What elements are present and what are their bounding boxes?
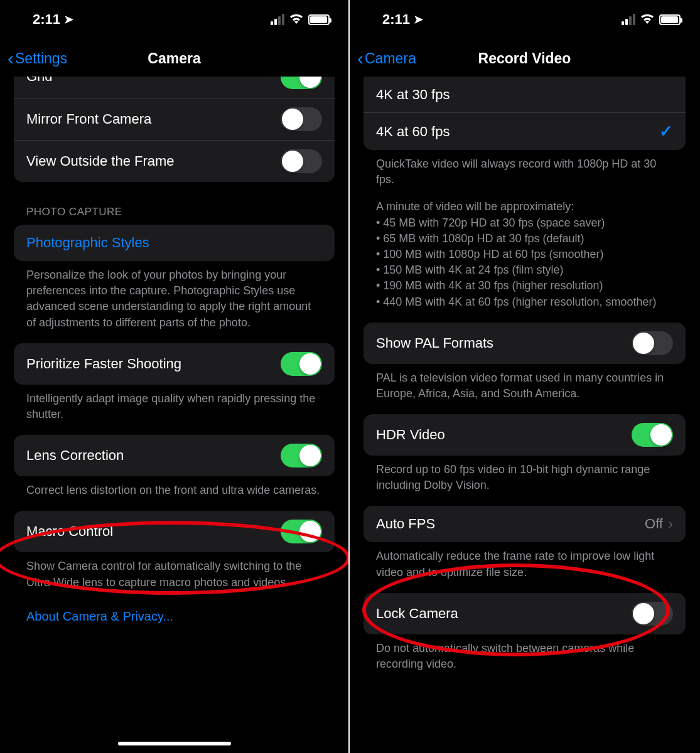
toggle-prioritize[interactable]: [281, 352, 322, 376]
group-composition: Grid Mirror Front Camera View Outside th…: [14, 77, 335, 182]
group-photographic-styles: Photographic Styles: [14, 225, 335, 261]
about-camera-privacy-link[interactable]: About Camera & Privacy...: [14, 590, 335, 630]
group-hdr-video: HDR Video: [363, 414, 686, 456]
minute-intro: A minute of video will be approximately:: [376, 200, 574, 213]
toggle-mirror[interactable]: [281, 107, 322, 131]
footer-lock-camera: Do not automatically switch between came…: [363, 634, 686, 672]
row-show-pal-formats[interactable]: Show PAL Formats: [363, 323, 686, 364]
row-photographic-styles[interactable]: Photographic Styles: [14, 225, 335, 261]
back-label: Settings: [15, 50, 67, 67]
toggle-view-outside[interactable]: [281, 149, 322, 173]
row-auto-fps[interactable]: Auto FPS Off ›: [363, 506, 686, 542]
bullet-4k-60: • 440 MB with 4K at 60 fps (higher resol…: [376, 294, 673, 310]
back-button[interactable]: ‹ Camera: [357, 49, 416, 68]
row-label: Auto FPS: [376, 516, 435, 532]
row-lock-camera[interactable]: Lock Camera: [363, 593, 686, 634]
toggle-pal[interactable]: [632, 331, 673, 355]
row-label: Photographic Styles: [26, 235, 149, 251]
location-arrow-icon: ➤: [414, 13, 423, 26]
chevron-left-icon: ‹: [357, 49, 363, 68]
toggle-macro-control[interactable]: [281, 520, 322, 543]
status-bar: 2:11 ➤: [0, 0, 348, 39]
status-time: 2:11: [382, 11, 410, 28]
row-label: 4K at 30 fps: [376, 87, 450, 103]
group-lock-camera: Lock Camera: [363, 593, 686, 634]
row-4k-60fps[interactable]: 4K at 60 fps ✓: [363, 113, 686, 150]
bullet-4k-30: • 190 MB with 4K at 30 fps (higher resol…: [376, 278, 673, 294]
row-hdr-video[interactable]: HDR Video: [363, 414, 686, 456]
group-auto-fps: Auto FPS Off ›: [363, 506, 686, 542]
cellular-signal-icon: [271, 14, 284, 25]
bullet-720p-30: • 45 MB with 720p HD at 30 fps (space sa…: [376, 215, 673, 231]
row-prioritize-faster-shooting[interactable]: Prioritize Faster Shooting: [14, 343, 335, 385]
footer-pal: PAL is a television video format used in…: [363, 364, 686, 402]
row-lens-correction[interactable]: Lens Correction: [14, 435, 335, 476]
status-time: 2:11: [33, 11, 60, 28]
bullet-1080p-30: • 65 MB with 1080p HD at 30 fps (default…: [376, 231, 673, 247]
row-label: Mirror Front Camera: [26, 111, 151, 127]
wifi-icon: [640, 13, 654, 27]
footer-prioritize: Intelligently adapt image quality when r…: [14, 385, 335, 422]
toggle-hdr-video[interactable]: [632, 423, 673, 447]
row-value: Off: [645, 516, 663, 532]
page-title: Record Video: [478, 50, 571, 67]
status-bar: 2:11 ➤: [350, 0, 699, 39]
group-pal: Show PAL Formats: [363, 323, 686, 364]
footer-auto-fps: Automatically reduce the frame rate to i…: [363, 542, 686, 580]
bullet-4k-24: • 150 MB with 4K at 24 fps (film style): [376, 262, 673, 278]
footer-hdr: Record up to 60 fps video in 10-bit high…: [363, 456, 686, 493]
back-label: Camera: [365, 50, 416, 67]
back-button[interactable]: ‹ Settings: [8, 49, 67, 68]
bullet-1080p-60: • 100 MB with 1080p HD at 60 fps (smooth…: [376, 247, 673, 262]
checkmark-icon: ✓: [659, 122, 673, 141]
toggle-lens-correction[interactable]: [281, 444, 322, 467]
wifi-icon: [289, 13, 303, 27]
location-arrow-icon: ➤: [64, 13, 73, 26]
footer-photographic-styles: Personalize the look of your photos by b…: [14, 261, 335, 331]
row-view-outside-frame[interactable]: View Outside the Frame: [14, 141, 335, 182]
phone-right-record-video: 2:11 ➤ ‹ Camera Record Video 4K at 30 fp…: [350, 0, 699, 753]
footer-lens-correction: Correct lens distortion on the front and…: [14, 476, 335, 498]
row-label: Prioritize Faster Shooting: [26, 356, 181, 372]
phone-left-camera-settings: 2:11 ➤ ‹ Settings Camera Grid Mirro: [0, 0, 350, 753]
cellular-signal-icon: [622, 14, 635, 25]
footer-quicktake: QuickTake video will always record with …: [363, 150, 686, 188]
row-label: 4K at 60 fps: [376, 124, 450, 140]
chevron-right-icon: ›: [668, 515, 673, 533]
group-macro-control: Macro Control: [14, 511, 335, 552]
page-title: Camera: [148, 50, 200, 67]
section-header-photo-capture: PHOTO CAPTURE: [14, 182, 335, 225]
row-label: Lock Camera: [376, 606, 458, 622]
row-macro-control[interactable]: Macro Control: [14, 511, 335, 552]
row-label: Lens Correction: [26, 447, 124, 464]
row-4k-30fps[interactable]: 4K at 30 fps: [363, 77, 686, 113]
row-label: Show PAL Formats: [376, 335, 493, 351]
toggle-lock-camera[interactable]: [632, 602, 673, 626]
home-indicator[interactable]: [118, 742, 231, 745]
battery-icon: [659, 14, 681, 25]
group-resolution-options: 4K at 30 fps 4K at 60 fps ✓: [363, 77, 686, 150]
battery-icon: [308, 14, 330, 25]
row-label: Macro Control: [26, 523, 113, 540]
footer-storage-estimate: A minute of video will be approximately:…: [363, 188, 686, 309]
nav-bar: ‹ Settings Camera: [0, 39, 348, 78]
row-label: View Outside the Frame: [26, 153, 175, 169]
footer-macro-control: Show Camera control for automatically sw…: [14, 552, 335, 590]
row-grid[interactable]: Grid: [14, 77, 335, 99]
chevron-left-icon: ‹: [8, 49, 14, 68]
nav-bar: ‹ Camera Record Video: [350, 39, 699, 78]
group-prioritize: Prioritize Faster Shooting: [14, 343, 335, 385]
toggle-grid[interactable]: [281, 77, 322, 89]
row-mirror-front-camera[interactable]: Mirror Front Camera: [14, 99, 335, 141]
group-lens-correction: Lens Correction: [14, 435, 335, 476]
row-label: HDR Video: [376, 427, 445, 443]
